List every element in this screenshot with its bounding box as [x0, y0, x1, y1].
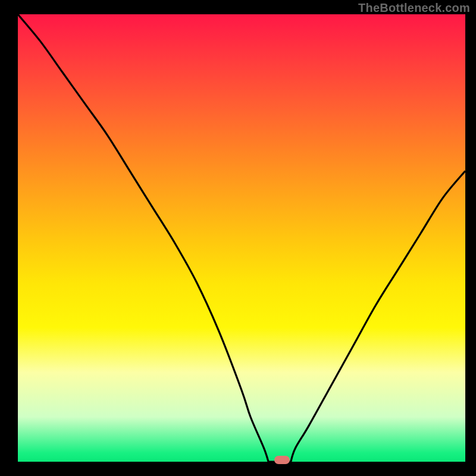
chart-frame: TheBottleneck.com [0, 0, 476, 476]
bottleneck-curve [18, 14, 465, 462]
watermark-text: TheBottleneck.com [358, 1, 470, 15]
minimum-marker [274, 456, 290, 464]
plot-area [18, 14, 465, 462]
